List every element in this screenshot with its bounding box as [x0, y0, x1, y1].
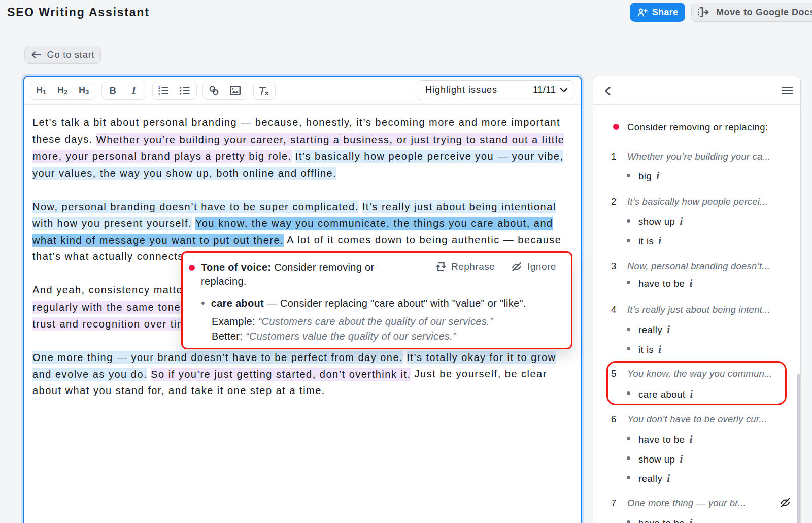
svg-text:3: 3 [158, 92, 160, 95]
